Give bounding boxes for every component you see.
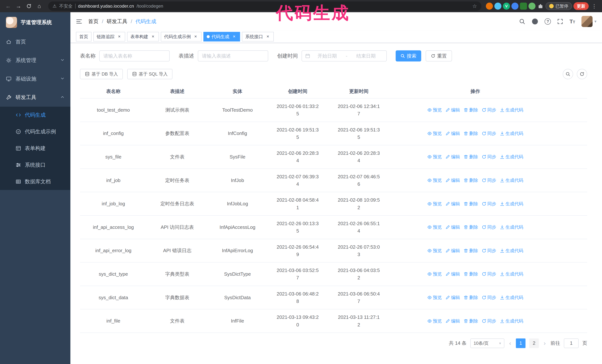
prev-page-button[interactable]: ‹ <box>508 340 512 347</box>
sidebar-item-devtools[interactable]: 研发工具 <box>0 88 70 107</box>
sync-link[interactable]: 同步 <box>482 271 496 277</box>
sidebar-item-codegen-example[interactable]: 代码生成示例 <box>0 123 70 140</box>
generate-code-link[interactable]: 生成代码 <box>500 154 523 160</box>
edit-link[interactable]: 编辑 <box>445 271 460 277</box>
sidebar-item-home[interactable]: 首页 <box>0 32 70 51</box>
close-icon[interactable]: × <box>117 34 122 39</box>
generate-code-link[interactable]: 生成代码 <box>500 177 523 183</box>
preview-link[interactable]: 预览 <box>427 201 442 207</box>
delete-link[interactable]: 删除 <box>464 177 478 183</box>
extension-icon[interactable] <box>494 3 501 10</box>
help-icon[interactable]: ? <box>545 18 551 25</box>
sync-link[interactable]: 同步 <box>482 318 496 324</box>
tab-tracing[interactable]: 链路追踪 × <box>93 32 125 42</box>
generate-code-link[interactable]: 生成代码 <box>500 224 523 230</box>
browser-home-icon[interactable]: ⌂ <box>35 2 44 10</box>
sync-link[interactable]: 同步 <box>482 224 496 230</box>
fullscreen-icon[interactable] <box>557 19 563 24</box>
delete-link[interactable]: 删除 <box>464 201 478 207</box>
generate-code-link[interactable]: 生成代码 <box>500 318 523 324</box>
delete-link[interactable]: 删除 <box>464 224 478 230</box>
toggle-search-button[interactable] <box>563 69 573 79</box>
page-size-select[interactable]: 10条/页 ▾ <box>470 338 504 348</box>
generate-code-link[interactable]: 生成代码 <box>500 271 523 277</box>
preview-link[interactable]: 预览 <box>427 271 442 277</box>
generate-code-link[interactable]: 生成代码 <box>500 248 523 254</box>
close-icon[interactable]: × <box>232 34 237 39</box>
preview-link[interactable]: 预览 <box>427 224 442 230</box>
page-number-2[interactable]: 2 <box>529 338 539 348</box>
extension-icon[interactable]: V <box>503 3 510 10</box>
search-icon[interactable] <box>519 18 525 25</box>
github-icon[interactable] <box>532 18 538 25</box>
delete-link[interactable]: 删除 <box>464 295 478 301</box>
close-icon[interactable]: × <box>150 34 156 39</box>
preview-link[interactable]: 预览 <box>427 295 442 301</box>
import-db-button[interactable]: 基于 DB 导入 <box>80 69 123 79</box>
delete-link[interactable]: 删除 <box>464 318 478 324</box>
preview-link[interactable]: 预览 <box>427 154 442 160</box>
table-name-input[interactable] <box>99 50 170 62</box>
tab-system-api[interactable]: 系统接口 × <box>242 32 274 42</box>
sync-link[interactable]: 同步 <box>482 107 496 113</box>
edit-link[interactable]: 编辑 <box>445 318 460 324</box>
edit-link[interactable]: 编辑 <box>445 224 460 230</box>
sync-link[interactable]: 同步 <box>482 177 496 183</box>
sync-link[interactable]: 同步 <box>482 248 496 254</box>
sidebar-item-db-doc[interactable]: 数据库文档 <box>0 173 70 190</box>
generate-code-link[interactable]: 生成代码 <box>500 107 523 113</box>
tab-codegen-example[interactable]: 代码生成示例 × <box>161 32 202 42</box>
app-logo[interactable]: 芋道管理系统 <box>0 12 70 32</box>
delete-link[interactable]: 删除 <box>464 154 478 160</box>
sync-link[interactable]: 同步 <box>482 201 496 207</box>
preview-link[interactable]: 预览 <box>427 248 442 254</box>
delete-link[interactable]: 删除 <box>464 131 478 136</box>
delete-link[interactable]: 删除 <box>464 271 478 277</box>
paused-badge[interactable]: 已暂停 <box>546 2 572 10</box>
delete-link[interactable]: 删除 <box>464 248 478 254</box>
sync-link[interactable]: 同步 <box>482 131 496 136</box>
goto-page-input[interactable] <box>564 338 579 348</box>
tab-codegen[interactable]: 代码生成 × <box>203 32 240 42</box>
edit-link[interactable]: 编辑 <box>445 131 460 136</box>
edit-link[interactable]: 编辑 <box>445 107 460 113</box>
sidebar-item-codegen[interactable]: 代码生成 <box>0 107 70 123</box>
import-sql-button[interactable]: 基于 SQL 导入 <box>127 69 172 79</box>
sync-link[interactable]: 同步 <box>482 154 496 160</box>
browser-menu-icon[interactable]: ⋮ <box>590 3 598 9</box>
refresh-table-button[interactable] <box>577 69 587 79</box>
preview-link[interactable]: 预览 <box>427 177 442 183</box>
date-range-picker[interactable]: 开始日期 - 结束日期 <box>301 50 387 62</box>
search-button[interactable]: 搜索 <box>396 50 421 62</box>
sidebar-fold-icon[interactable] <box>76 18 82 25</box>
edit-link[interactable]: 编辑 <box>445 154 460 160</box>
edit-link[interactable]: 编辑 <box>445 248 460 254</box>
reset-button[interactable]: 重置 <box>426 50 452 62</box>
table-desc-input[interactable] <box>198 50 268 62</box>
preview-link[interactable]: 预览 <box>427 107 442 113</box>
preview-link[interactable]: 预览 <box>427 318 442 324</box>
edit-link[interactable]: 编辑 <box>445 177 460 183</box>
delete-link[interactable]: 删除 <box>464 107 478 113</box>
extension-icon[interactable] <box>511 3 518 10</box>
generate-code-link[interactable]: 生成代码 <box>500 201 523 207</box>
close-icon[interactable]: × <box>193 34 198 39</box>
tab-home[interactable]: 首页 <box>76 32 92 42</box>
page-number-1[interactable]: 1 <box>516 338 526 348</box>
bookmark-star-icon[interactable]: ☆ <box>472 3 477 9</box>
sidebar-item-system[interactable]: 系统管理 <box>0 51 70 70</box>
extension-icon[interactable] <box>486 3 493 10</box>
sidebar-item-form-builder[interactable]: 表单构建 <box>0 140 70 157</box>
preview-link[interactable]: 预览 <box>427 131 442 136</box>
update-button[interactable]: 更新 <box>573 2 589 10</box>
extension-icon[interactable] <box>528 3 536 10</box>
address-bar[interactable]: ⚠ 不安全 dashboard.yudao.iocoder.cn /tool/c… <box>48 1 481 11</box>
browser-back-icon[interactable]: ← <box>4 2 13 10</box>
edit-link[interactable]: 编辑 <box>445 201 460 207</box>
generate-code-link[interactable]: 生成代码 <box>500 295 523 301</box>
sync-link[interactable]: 同步 <box>482 295 496 301</box>
browser-forward-icon[interactable]: → <box>14 2 23 10</box>
close-icon[interactable]: × <box>265 34 270 39</box>
security-label[interactable]: 不安全 <box>59 3 73 9</box>
edit-link[interactable]: 编辑 <box>445 295 460 301</box>
